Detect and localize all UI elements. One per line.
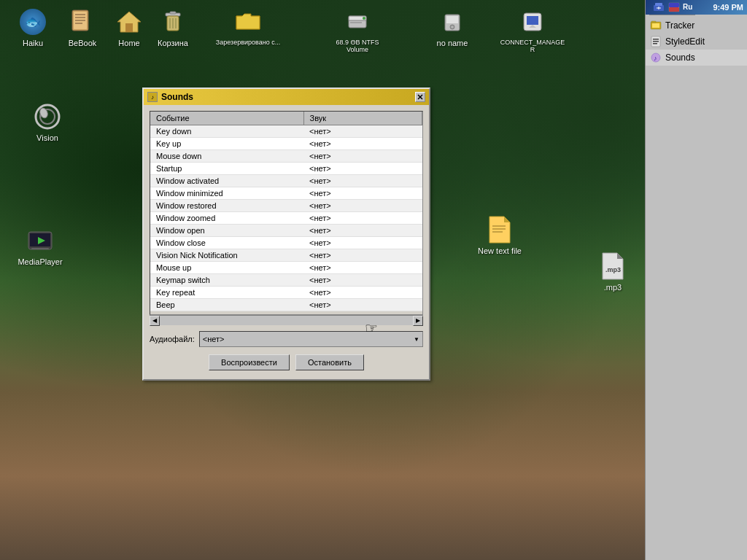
svg-rect-14 [170, 12, 176, 14]
table-row[interactable]: Window restored<нет> [150, 200, 422, 212]
svg-rect-52 [653, 41, 659, 42]
event-cell: Mouse down [150, 150, 303, 163]
table-row[interactable]: Window zoomed<нет> [150, 212, 422, 225]
audio-file-select[interactable]: <нет> ▼ [199, 331, 423, 347]
taskbar-apps: Tracker StyledEdit ♪ [646, 15, 747, 69]
sound-cell: <нет> [303, 225, 422, 237]
sounds-table-body: Key down<нет>Key up<нет>Mouse down<нет>S… [150, 125, 422, 311]
table-row[interactable]: Window minimized<нет> [150, 187, 422, 200]
desktop-icon-reserved[interactable]: Зарезервировано с... [215, 7, 281, 46]
table-row[interactable]: Mouse up<нет> [150, 262, 422, 274]
flag-tray-icon[interactable] [667, 1, 681, 13]
scroll-left-btn[interactable]: ◀ [150, 316, 160, 326]
table-row[interactable]: Vision Nick Notification<нет> [150, 249, 422, 262]
sounds-label: Sounds [665, 52, 695, 63]
desktop-icon-mp3[interactable]: .mp3 .mp3 [587, 252, 638, 292]
svg-rect-53 [653, 43, 657, 44]
event-cell: Key up [150, 138, 303, 150]
vision-icon [33, 102, 62, 131]
table-row[interactable]: Keymap switch<нет> [150, 274, 422, 287]
table-row[interactable]: Window close<нет> [150, 237, 422, 249]
table-row[interactable]: Key up<нет> [150, 138, 422, 150]
desktop-icon-label: BeBook [69, 39, 97, 47]
event-cell: Keymap switch [150, 274, 303, 287]
sound-cell: <нет> [303, 200, 422, 212]
table-row[interactable]: Window activated<нет> [150, 175, 422, 187]
svg-point-17 [363, 17, 365, 20]
svg-rect-2 [75, 14, 85, 15]
sound-cell: <нет> [303, 249, 422, 262]
sounds-title-icon: ♪ [147, 92, 158, 102]
table-row[interactable]: Window open<нет> [150, 225, 422, 237]
desktop-icon-noname[interactable]: no name [427, 7, 478, 47]
sound-cell: <нет> [303, 175, 422, 187]
svg-point-22 [452, 26, 453, 28]
table-row[interactable]: Beep<нет> [150, 299, 422, 311]
network-tray-icon[interactable] [652, 1, 665, 13]
table-row[interactable]: Key repeat<нет> [150, 287, 422, 299]
desktop-icon-label: Home [118, 39, 139, 47]
scroll-track[interactable] [160, 316, 413, 325]
sound-cell: <нет> [303, 163, 422, 175]
trash-icon [160, 9, 186, 35]
table-row[interactable]: Key down<нет> [150, 125, 422, 138]
svg-rect-24 [527, 16, 538, 25]
desktop-icon-newfile[interactable]: New text file [474, 215, 525, 255]
sounds-titlebar[interactable]: ♪ Sounds [144, 89, 429, 105]
svg-rect-8 [125, 23, 133, 32]
sounds-bottom-controls: Аудиофайл: <нет> ▼ Воспроизвести Останов… [150, 325, 423, 373]
event-cell: Window restored [150, 200, 303, 212]
deskbar-tray-icons: Ru [649, 0, 695, 15]
haiku-icon: 🐟 [20, 9, 46, 35]
table-row[interactable]: Startup<нет> [150, 163, 422, 175]
sound-cell: <нет> [303, 150, 422, 163]
sounds-title-area: ♪ Sounds [147, 92, 193, 102]
svg-rect-31 [31, 248, 49, 249]
desktop-icon-haiku[interactable]: 🐟 Haiku [7, 7, 58, 47]
h-scrollbar[interactable]: ◀ ▶ [150, 315, 423, 325]
svg-rect-18 [350, 22, 362, 23]
sounds-table-scroll[interactable]: Событие Звук Key down<нет>Key up<нет>Mou… [150, 112, 422, 314]
tracker-app-icon [650, 20, 662, 31]
desktop-icon-mediaplayer[interactable]: MediaPlayer [15, 226, 66, 266]
mp3-icon: .mp3 [600, 252, 626, 281]
desktop-icon-label: .mp3 [604, 283, 622, 292]
svg-marker-38 [617, 253, 623, 259]
stop-button[interactable]: Остановить [295, 354, 364, 370]
connect-icon [519, 9, 546, 35]
play-button[interactable]: Воспроизвести [209, 354, 290, 370]
desktop-icon-label: Haiku [23, 39, 43, 47]
taskbar-item-stylededit[interactable]: StyledEdit [646, 34, 747, 50]
sounds-window-title: Sounds [161, 92, 193, 102]
folder-icon [235, 9, 261, 35]
event-cell: Beep [150, 299, 303, 311]
desktop-icon-label: Vision [36, 133, 58, 142]
sound-cell: <нет> [303, 287, 422, 299]
desktop-icon-connect[interactable]: CONNECT_MANAGER [500, 7, 565, 53]
svg-rect-3 [75, 17, 85, 18]
sounds-window: ♪ Sounds Событие [142, 88, 430, 381]
svg-rect-46 [669, 7, 679, 12]
taskbar-item-tracker[interactable]: Tracker [646, 18, 747, 34]
sounds-content: Событие Звук Key down<нет>Key up<нет>Mou… [144, 105, 429, 379]
svg-rect-35 [492, 228, 506, 230]
scroll-right-btn[interactable]: ▶ [413, 316, 423, 326]
desktop-icon-label: Зарезервировано с... [216, 39, 280, 46]
desktop-icon-trash[interactable]: Корзина [147, 7, 198, 47]
desktop-icon-vision[interactable]: Vision [22, 102, 73, 142]
sound-cell: <нет> [303, 212, 422, 225]
desktop-icon-bebook[interactable]: BeBook [57, 7, 108, 47]
taskbar-item-sounds[interactable]: ♪ Sounds [646, 50, 747, 66]
desktop-icon-ntfs[interactable]: 68.9 ΘB NTFS Volume [325, 7, 390, 53]
sound-cell: <нет> [303, 125, 422, 138]
taskbar-header: Ru 9:49 PM [646, 0, 747, 15]
svg-rect-49 [651, 21, 656, 23]
svg-text:♪: ♪ [654, 55, 657, 62]
sounds-app-icon: ♪ [650, 52, 662, 63]
desktop-icon-label: CONNECT_MANAGER [500, 39, 565, 53]
event-cell: Window minimized [150, 187, 303, 200]
sounds-close-button[interactable] [415, 92, 425, 102]
table-row[interactable]: Mouse down<нет> [150, 150, 422, 163]
event-cell: Key repeat [150, 287, 303, 299]
svg-rect-34 [492, 225, 506, 227]
